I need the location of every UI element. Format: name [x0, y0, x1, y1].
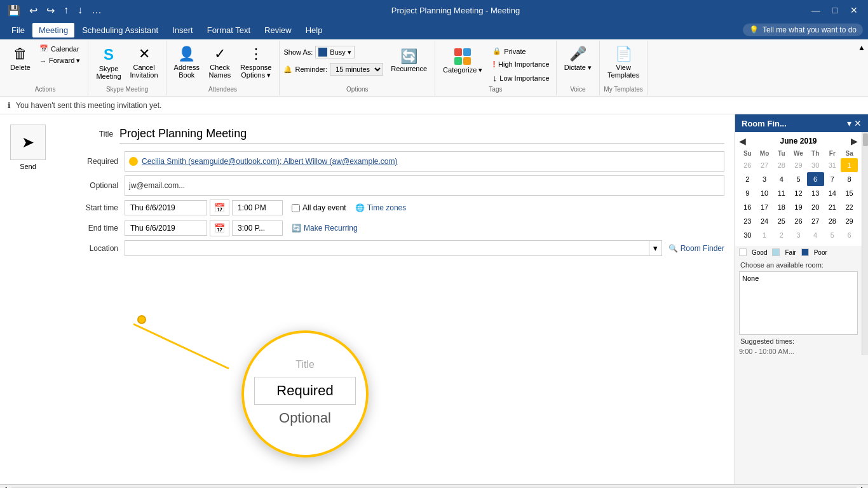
- maximize-button[interactable]: □: [826, 1, 844, 19]
- categorize-button[interactable]: Categorize ▾: [439, 46, 486, 85]
- view-templates-button[interactable]: 📄 ViewTemplates: [604, 43, 643, 81]
- calendar-day[interactable]: 27: [807, 214, 824, 228]
- calendar-day[interactable]: 28: [824, 214, 841, 228]
- calendar-day[interactable]: 21: [824, 200, 841, 214]
- menu-review[interactable]: Review: [258, 23, 298, 37]
- calendar-day[interactable]: 13: [807, 186, 824, 200]
- calendar-button[interactable]: 📅 Calendar: [36, 43, 84, 54]
- all-day-checkbox[interactable]: [292, 204, 300, 212]
- calendar-day[interactable]: 1: [841, 158, 858, 172]
- menu-format-text[interactable]: Format Text: [201, 23, 257, 37]
- calendar-day[interactable]: 12: [790, 186, 807, 200]
- calendar-day[interactable]: 7: [824, 172, 841, 186]
- low-importance-button[interactable]: ↓ Low Importance: [490, 72, 552, 85]
- end-calendar-button[interactable]: 📅: [210, 220, 229, 236]
- make-recurring-link[interactable]: 🔄 Make Recurring: [292, 224, 358, 233]
- check-names-button[interactable]: ✓ CheckNames: [205, 43, 235, 81]
- menu-meeting[interactable]: Meeting: [32, 23, 74, 37]
- calendar-day[interactable]: 5: [790, 172, 807, 186]
- calendar-day[interactable]: 22: [841, 200, 858, 214]
- calendar-day[interactable]: 27: [756, 158, 773, 172]
- private-button[interactable]: 🔒 Private: [490, 46, 552, 57]
- title-input[interactable]: [119, 125, 724, 144]
- delete-button[interactable]: 🗑 Delete: [6, 43, 34, 74]
- calendar-day[interactable]: 29: [841, 214, 858, 228]
- recurrence-button[interactable]: 🔄 Recurrence: [387, 46, 431, 75]
- rf-dropdown-button[interactable]: ▾: [847, 118, 851, 128]
- undo-icon[interactable]: ↩: [27, 3, 40, 18]
- show-as-select[interactable]: Busy ▾: [315, 46, 355, 58]
- calendar-day[interactable]: 9: [739, 186, 756, 200]
- required-value[interactable]: Cecilia Smith (seamguide@outlook.com); A…: [142, 157, 398, 166]
- calendar-day[interactable]: 30: [807, 158, 824, 172]
- calendar-day[interactable]: 29: [790, 158, 807, 172]
- time-zones-link[interactable]: 🌐 Time zones: [355, 203, 407, 212]
- menu-insert[interactable]: Insert: [166, 23, 200, 37]
- move-up-icon[interactable]: ↑: [61, 3, 71, 17]
- end-time-input[interactable]: [232, 220, 283, 236]
- start-time-input[interactable]: [232, 200, 283, 215]
- save-icon[interactable]: 💾: [5, 3, 23, 18]
- calendar-day[interactable]: 26: [790, 214, 807, 228]
- menu-scheduling[interactable]: Scheduling Assistant: [76, 23, 165, 37]
- dictate-button[interactable]: 🎤 Dictate ▾: [560, 43, 595, 74]
- calendar-day[interactable]: 4: [773, 172, 790, 186]
- forward-button[interactable]: → Forward ▾: [36, 55, 84, 66]
- reminder-select[interactable]: 15 minutes: [330, 63, 383, 76]
- calendar-day[interactable]: 24: [756, 214, 773, 228]
- menu-file[interactable]: File: [5, 23, 31, 37]
- calendar-day[interactable]: 6: [807, 172, 824, 186]
- scroll-left-button[interactable]: ◀: [0, 485, 9, 489]
- ribbon-collapse-button[interactable]: ▲: [858, 43, 865, 52]
- end-date-input[interactable]: [125, 220, 207, 236]
- rf-close-button[interactable]: ✕: [854, 118, 862, 128]
- calendar-prev-button[interactable]: ◀: [739, 136, 746, 146]
- skype-meeting-button[interactable]: S SkypeMeeting: [92, 43, 125, 83]
- tell-me-bar[interactable]: 💡 Tell me what you want to do: [743, 24, 863, 36]
- calendar-day[interactable]: 2: [773, 228, 790, 242]
- calendar-day[interactable]: 18: [773, 200, 790, 214]
- calendar-day[interactable]: 5: [824, 228, 841, 242]
- calendar-day[interactable]: 26: [739, 158, 756, 172]
- calendar-day[interactable]: 15: [841, 186, 858, 200]
- calendar-day[interactable]: 4: [807, 228, 824, 242]
- calendar-day[interactable]: 1: [756, 228, 773, 242]
- calendar-day[interactable]: 25: [773, 214, 790, 228]
- response-options-button[interactable]: ⋮ ResponseOptions ▾: [236, 43, 276, 82]
- calendar-day[interactable]: 11: [773, 186, 790, 200]
- optional-input-wrap[interactable]: jw@email.com...: [125, 175, 724, 196]
- calendar-next-button[interactable]: ▶: [851, 136, 858, 146]
- calendar-day[interactable]: 3: [790, 228, 807, 242]
- cancel-invitation-button[interactable]: ✕ CancelInvitation: [126, 43, 162, 81]
- scroll-right-button[interactable]: ▶: [859, 485, 868, 489]
- calendar-day[interactable]: 8: [841, 172, 858, 186]
- start-calendar-button[interactable]: 📅: [210, 200, 229, 216]
- calendar-day[interactable]: 14: [824, 186, 841, 200]
- horizontal-scrollbar[interactable]: ◀ ▶: [0, 484, 868, 488]
- calendar-day[interactable]: 3: [756, 172, 773, 186]
- move-down-icon[interactable]: ↓: [75, 3, 85, 17]
- menu-help[interactable]: Help: [299, 23, 329, 37]
- calendar-day[interactable]: 6: [841, 228, 858, 242]
- calendar-day[interactable]: 17: [756, 200, 773, 214]
- minimize-button[interactable]: —: [807, 1, 825, 19]
- calendar-day[interactable]: 30: [739, 228, 756, 242]
- start-date-input[interactable]: [125, 200, 207, 215]
- location-input[interactable]: [125, 241, 649, 255]
- redo-icon[interactable]: ↪: [44, 3, 57, 18]
- more-icon[interactable]: …: [89, 3, 104, 17]
- location-dropdown-button[interactable]: ▾: [649, 241, 661, 255]
- close-button[interactable]: ✕: [845, 1, 863, 19]
- room-list[interactable]: None: [739, 271, 858, 335]
- room-finder-link[interactable]: 🔍 Room Finder: [668, 244, 724, 253]
- rf-scrollbar[interactable]: [862, 132, 868, 355]
- calendar-day[interactable]: 2: [739, 172, 756, 186]
- high-importance-button[interactable]: ! High Importance: [490, 58, 552, 71]
- calendar-day[interactable]: 28: [773, 158, 790, 172]
- calendar-day[interactable]: 31: [824, 158, 841, 172]
- address-book-button[interactable]: 👤 AddressBook: [170, 43, 203, 81]
- calendar-day[interactable]: 16: [739, 200, 756, 214]
- calendar-day[interactable]: 20: [807, 200, 824, 214]
- calendar-day[interactable]: 10: [756, 186, 773, 200]
- calendar-day[interactable]: 19: [790, 200, 807, 214]
